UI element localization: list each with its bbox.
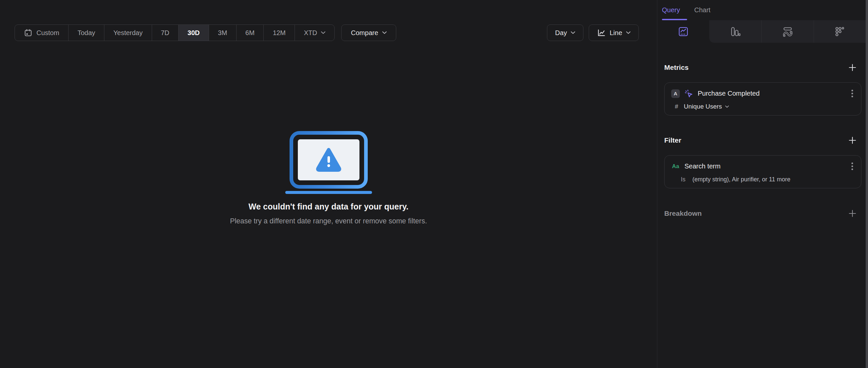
metric-aggregation-row: # Unique Users [671,103,855,110]
chart-display-controls: Day Line [547,25,639,41]
filter-values-summary[interactable]: (empty string), Air purifier, or 11 more [692,176,790,183]
empty-state-title: We couldn't find any data for your query… [248,202,408,211]
analytics-app: Custom Today Yesterday 7D 30D 3M 6M 12M … [0,0,868,368]
active-tab-underline [662,19,687,20]
date-range-6m[interactable]: 6M [237,25,264,41]
metric-options-kebab-icon[interactable] [849,88,855,99]
filter-operator[interactable]: Is [681,176,685,183]
date-range-7d[interactable]: 7D [152,25,179,41]
filter-section-header: Filter [664,136,861,145]
chevron-down-icon [626,31,630,34]
date-range-30d-selected[interactable]: 30D [179,25,209,41]
granularity-dropdown[interactable]: Day [547,25,584,41]
calendar-icon [24,29,32,37]
tab-insights-linechart[interactable] [657,20,709,43]
main-chart-area: Custom Today Yesterday 7D 30D 3M 6M 12M … [0,0,657,368]
query-builder-sidebar: Query Chart [657,0,868,368]
line-chart-icon [597,29,606,37]
chevron-down-icon [571,31,575,34]
empty-state-subtitle: Please try a different date range, event… [230,217,427,225]
funnel-bars-icon [730,27,740,37]
laptop-warning-illustration [285,131,372,194]
tab-chart[interactable]: Chart [694,6,710,14]
filter-property-name[interactable]: Search term [684,163,845,170]
query-builder-panel: Metrics A Purchase Completed # Unique [657,63,868,218]
date-range-3m[interactable]: 3M [209,25,237,41]
add-metric-button[interactable] [848,63,857,72]
hash-icon: # [674,103,680,110]
sidebar-tabs: Query Chart [657,0,868,20]
metric-card[interactable]: A Purchase Completed # Unique Users [664,82,861,115]
event-click-icon [684,89,693,98]
no-data-empty-state: We couldn't find any data for your query… [0,131,657,225]
tab-flows[interactable] [761,20,814,43]
breakdown-section-header: Breakdown [664,209,861,218]
chart-type-dropdown[interactable]: Line [589,25,639,41]
string-property-type-icon: Aa [671,163,680,170]
date-range-today[interactable]: Today [69,25,104,41]
filter-card[interactable]: Aa Search term Is (empty string), Air pu… [664,155,861,188]
date-range-segmented-control: Custom Today Yesterday 7D 30D 3M 6M 12M … [14,25,335,41]
metric-letter-badge: A [671,89,680,98]
retention-dots-icon [835,27,845,37]
flows-icon [782,27,793,37]
compare-button[interactable]: Compare [341,25,396,41]
date-range-yesterday[interactable]: Yesterday [104,25,152,41]
chart-toolbar: Custom Today Yesterday 7D 30D 3M 6M 12M … [14,25,639,41]
breakdown-heading: Breakdown [664,209,702,218]
filter-condition-row: Is (empty string), Air purifier, or 11 m… [671,176,855,183]
tab-query[interactable]: Query [662,6,680,14]
filter-options-kebab-icon[interactable] [849,161,855,171]
metric-event-row: A Purchase Completed [671,88,855,99]
chart-kind-tabs [657,20,866,43]
add-filter-button[interactable] [848,136,857,145]
chevron-down-icon [321,31,326,34]
insights-chart-icon [678,27,688,37]
tab-retention[interactable] [814,20,866,43]
tab-funnels-barchart[interactable] [709,20,761,43]
metrics-heading: Metrics [664,64,689,71]
filter-heading: Filter [664,136,681,144]
chevron-down-icon [382,31,386,34]
date-range-xtd[interactable]: XTD [295,25,334,41]
filter-property-row: Aa Search term [671,161,855,171]
date-range-label: Custom [36,29,59,37]
metric-event-name[interactable]: Purchase Completed [698,90,845,97]
add-breakdown-button[interactable] [848,209,857,218]
metrics-section-header: Metrics [664,63,861,72]
aggregation-dropdown[interactable]: Unique Users [684,103,729,110]
date-range-custom[interactable]: Custom [15,25,69,41]
chevron-down-icon [725,106,729,108]
date-range-12m[interactable]: 12M [264,25,295,41]
sidebar-scrollbar[interactable] [866,0,868,368]
